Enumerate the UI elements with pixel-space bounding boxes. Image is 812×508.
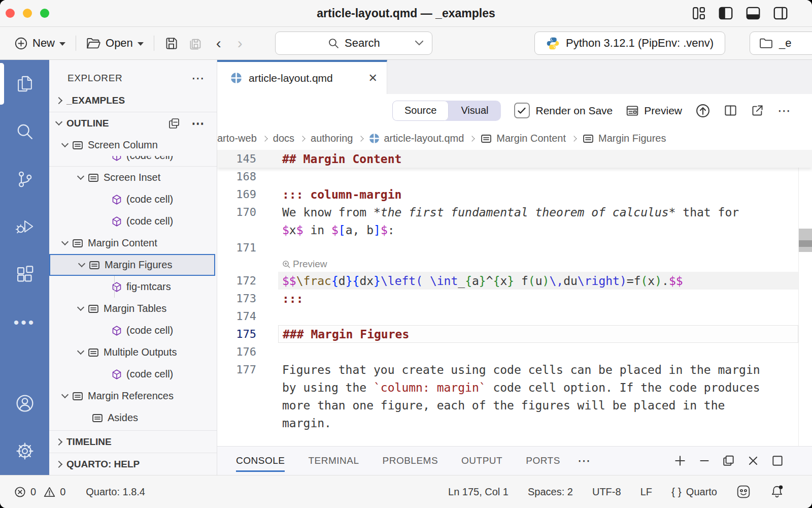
- account-button[interactable]: [0, 379, 49, 427]
- section-examples[interactable]: _EXAMPLES: [49, 89, 217, 112]
- breadcrumb-item[interactable]: Margin Content: [480, 133, 566, 145]
- panel-tab-problems[interactable]: PROBLEMS: [383, 447, 438, 475]
- sidebar-item-more[interactable]: •••: [0, 299, 49, 346]
- render-on-save-checkbox[interactable]: [514, 103, 530, 118]
- panel-tab-ports[interactable]: PORTS: [526, 447, 560, 475]
- sidebar-item-extensions[interactable]: [0, 251, 49, 299]
- outline-item--code-cell-[interactable]: (code cell): [49, 320, 217, 341]
- indentation-status[interactable]: Spaces: 2: [528, 486, 573, 498]
- explorer-sidebar: EXPLORER ⋯ _EXAMPLES OUTLINE ⋯ Screen Co…: [49, 60, 217, 475]
- sidebar-item-source-control[interactable]: [0, 155, 49, 203]
- chevron-down-icon[interactable]: [77, 173, 84, 180]
- panel-tab-output[interactable]: OUTPUT: [461, 447, 502, 475]
- preview-button[interactable]: Preview: [626, 104, 682, 117]
- navigate-forward-button[interactable]: ›: [229, 35, 251, 52]
- search-scope-caret[interactable]: [415, 40, 424, 46]
- restore-panel-icon[interactable]: [722, 454, 735, 467]
- render-button[interactable]: [695, 103, 710, 118]
- collapse-all-icon[interactable]: [168, 117, 180, 130]
- outline-item--code-cell-[interactable]: (code cell): [49, 363, 217, 385]
- open-external-button[interactable]: [751, 104, 764, 117]
- sidebar-item-explorer[interactable]: [0, 60, 49, 108]
- outline-item-multiple-outputs[interactable]: Multiple Outputs: [49, 341, 217, 363]
- outline-item--code-cell-[interactable]: (code cell): [49, 156, 217, 167]
- breadcrumb-item[interactable]: Margin Figures: [582, 133, 666, 145]
- chevron-down-icon[interactable]: [77, 347, 84, 355]
- section-quarto-help[interactable]: QUARTO: HELP: [49, 453, 217, 475]
- source-mode-button[interactable]: Source: [392, 101, 449, 121]
- close-panel-icon[interactable]: [747, 454, 760, 467]
- navigate-back-button[interactable]: ‹: [208, 35, 229, 52]
- save-button[interactable]: [159, 37, 183, 50]
- outline-item-screen-column[interactable]: Screen Column: [49, 134, 217, 156]
- chevron-down-icon[interactable]: [78, 260, 85, 267]
- section-timeline[interactable]: TIMELINE: [49, 430, 217, 453]
- code-editor[interactable]: 145## Margin Content 168169::: column-ma…: [217, 150, 812, 446]
- breadcrumb-item[interactable]: arto-web: [217, 133, 257, 144]
- split-editor-button[interactable]: [724, 104, 737, 117]
- explorer-more-icon[interactable]: ⋯: [191, 76, 206, 81]
- explorer-title: EXPLORER: [67, 73, 122, 84]
- customize-layout-icon[interactable]: [692, 7, 705, 20]
- code-line-wrap: more than one figure, each of the figure…: [217, 396, 812, 414]
- new-button[interactable]: New: [9, 37, 71, 50]
- vscode-window: article-layout.qmd — _examples New Open: [0, 0, 812, 508]
- encoding-status[interactable]: UTF-8: [592, 486, 621, 498]
- visual-mode-button[interactable]: Visual: [449, 105, 500, 116]
- toggle-sidebar-icon[interactable]: [719, 7, 733, 20]
- chevron-down-icon[interactable]: [61, 140, 69, 147]
- code-cell-cube-icon: [111, 194, 122, 205]
- cursor-position-status[interactable]: Ln 175, Col 1: [448, 486, 509, 498]
- breadcrumb-item[interactable]: article-layout.qmd: [369, 133, 464, 144]
- tab-article-layout[interactable]: article-layout.qmd ✕: [217, 60, 387, 94]
- chevron-down-icon[interactable]: [77, 304, 84, 311]
- toggle-secondary-sidebar-icon[interactable]: [773, 7, 788, 20]
- editor-more-icon[interactable]: ⋯: [777, 108, 792, 113]
- python-interpreter-button[interactable]: Python 3.12.1 (PipEnv: .venv): [534, 31, 725, 55]
- quarto-version-status[interactable]: Quarto: 1.8.4: [86, 486, 145, 498]
- outline-item-margin-tables[interactable]: Margin Tables: [49, 298, 217, 320]
- section-outline[interactable]: OUTLINE ⋯: [49, 112, 217, 134]
- settings-button[interactable]: [0, 427, 49, 475]
- editor-scrollbar[interactable]: [798, 150, 812, 446]
- maximize-panel-icon[interactable]: [771, 454, 784, 467]
- close-tab-icon[interactable]: ✕: [368, 72, 378, 85]
- outline-item-margin-content[interactable]: Margin Content: [49, 232, 217, 254]
- code-cell-cube-icon: [111, 216, 122, 227]
- chevron-down-icon[interactable]: [61, 238, 69, 245]
- notifications-button[interactable]: [770, 485, 784, 499]
- outline-item-asides[interactable]: Asides: [49, 407, 217, 429]
- sidebar-item-search[interactable]: [0, 108, 49, 155]
- search-input[interactable]: Search: [275, 31, 432, 55]
- toggle-panel-icon[interactable]: [746, 7, 760, 20]
- outline-item-margin-figures[interactable]: Margin Figures: [49, 254, 215, 276]
- outline-item-margin-references[interactable]: Margin References: [49, 385, 217, 407]
- panel-more-icon[interactable]: ⋯: [578, 458, 592, 463]
- outline-item--code-cell-[interactable]: (code cell): [49, 188, 217, 210]
- chevron-down-icon[interactable]: [61, 391, 69, 398]
- sidebar-item-run-debug[interactable]: [0, 203, 49, 251]
- sticky-scroll-line[interactable]: 145## Margin Content: [217, 150, 812, 168]
- problems-status[interactable]: 0 0: [14, 486, 65, 498]
- panel-tab-console[interactable]: CONSOLE: [236, 447, 285, 475]
- outline-more-icon[interactable]: ⋯: [191, 121, 206, 126]
- new-terminal-icon[interactable]: [673, 454, 687, 467]
- feedback-button[interactable]: [736, 485, 751, 499]
- language-mode-status[interactable]: { } Quarto: [671, 486, 717, 498]
- code-cell-cube-icon: [111, 156, 122, 162]
- workspace-button[interactable]: _e: [750, 31, 812, 55]
- breadcrumb-item[interactable]: docs: [273, 133, 294, 144]
- outline-item-fig-mtcars[interactable]: fig-mtcars: [49, 276, 217, 298]
- more-icon: •••: [14, 314, 36, 331]
- breadcrumb-item[interactable]: authoring: [311, 133, 353, 144]
- panel-tab-terminal[interactable]: TERMINAL: [308, 447, 359, 475]
- run-debug-icon: [15, 218, 35, 236]
- code-line-175: 175### Margin Figures: [217, 325, 812, 343]
- outline-item-screen-inset[interactable]: Screen Inset: [49, 167, 217, 188]
- eol-status[interactable]: LF: [640, 486, 652, 498]
- code-lens-preview[interactable]: Preview: [217, 257, 812, 272]
- open-button[interactable]: Open: [81, 37, 149, 50]
- save-all-button[interactable]: [183, 37, 208, 50]
- outline-item--code-cell-[interactable]: (code cell): [49, 210, 217, 232]
- minimize-panel-icon[interactable]: [698, 454, 711, 467]
